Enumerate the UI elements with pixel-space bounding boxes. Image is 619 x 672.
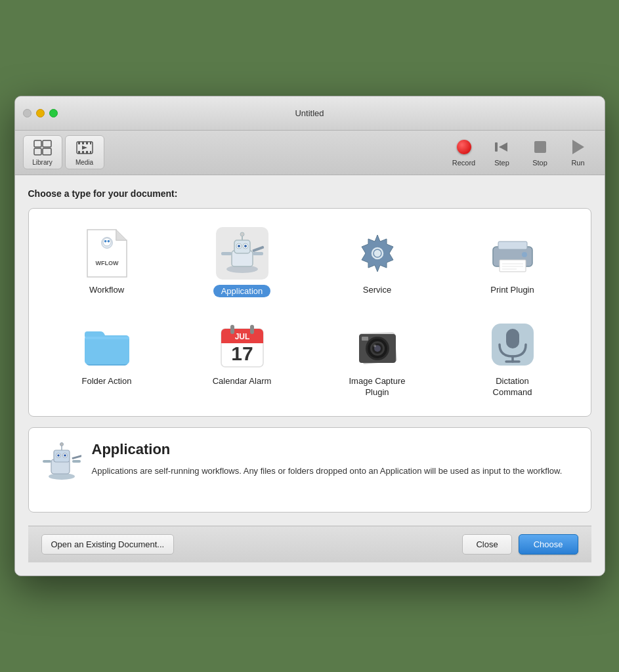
step-button[interactable]: Step xyxy=(484,135,521,169)
description-text-area: Application Applications are self-runnin… xyxy=(92,441,578,478)
svg-point-73 xyxy=(57,455,60,457)
step-label: Step xyxy=(494,159,509,167)
description-icon xyxy=(42,441,81,480)
library-label: Library xyxy=(32,159,53,166)
svg-rect-6 xyxy=(82,142,84,144)
doc-type-image-capture-plugin[interactable]: Image Capture Plugin xyxy=(312,313,442,404)
doc-type-grid: WFLOW Workflow xyxy=(42,222,578,404)
svg-rect-5 xyxy=(78,142,80,144)
doc-type-workflow[interactable]: WFLOW Workflow xyxy=(42,222,172,303)
svg-rect-3 xyxy=(43,148,51,155)
close-window-button[interactable] xyxy=(23,109,32,117)
print-plugin-icon xyxy=(486,227,539,280)
bottom-bar: Open an Existing Document... Close Choos… xyxy=(28,526,591,562)
stop-button[interactable]: Stop xyxy=(522,135,559,169)
toolbar-right: Record Step Stop xyxy=(446,135,597,169)
stop-label: Stop xyxy=(532,159,547,167)
service-icon xyxy=(351,227,404,280)
workflow-icon: WFLOW xyxy=(81,227,133,280)
record-icon xyxy=(455,138,473,156)
svg-point-76 xyxy=(60,443,63,446)
svg-rect-14 xyxy=(495,142,498,152)
image-capture-plugin-label: Image Capture Plugin xyxy=(349,376,406,398)
svg-marker-17 xyxy=(116,230,127,240)
close-button[interactable]: Close xyxy=(462,534,511,555)
doc-type-application[interactable]: Application xyxy=(177,222,307,303)
svg-rect-8 xyxy=(90,142,91,144)
svg-text:WFLOW: WFLOW xyxy=(95,260,118,266)
media-icon xyxy=(75,138,94,157)
svg-point-28 xyxy=(238,245,240,247)
svg-point-43 xyxy=(522,252,527,257)
svg-rect-38 xyxy=(498,242,527,249)
svg-rect-51 xyxy=(230,325,234,334)
main-window: Untitled Library xyxy=(14,96,605,577)
doc-type-service[interactable]: Service xyxy=(312,222,442,303)
doc-type-print-plugin[interactable]: Print Plugin xyxy=(448,222,578,303)
svg-point-29 xyxy=(244,245,247,247)
doc-type-grid-container: WFLOW Workflow xyxy=(28,208,591,417)
calendar-alarm-icon: JUL 17 xyxy=(216,318,268,371)
run-label: Run xyxy=(571,159,584,167)
svg-rect-79 xyxy=(72,455,81,459)
content-area: Choose a type for your document: WFLOW xyxy=(15,175,605,576)
title-bar: Untitled xyxy=(15,96,605,131)
svg-rect-1 xyxy=(43,140,51,147)
svg-point-74 xyxy=(64,455,66,457)
folder-action-icon xyxy=(81,318,133,371)
minimize-window-button[interactable] xyxy=(36,109,45,117)
run-button[interactable]: Run xyxy=(560,135,597,169)
maximize-window-button[interactable] xyxy=(49,109,58,117)
media-label: Media xyxy=(75,159,93,166)
folder-action-label: Folder Action xyxy=(82,376,132,387)
svg-rect-32 xyxy=(221,252,232,255)
description-body: Applications are self-running workflows.… xyxy=(92,465,578,478)
choose-button[interactable]: Choose xyxy=(519,534,578,555)
svg-rect-2 xyxy=(34,148,41,155)
record-button[interactable]: Record xyxy=(446,135,482,169)
svg-rect-77 xyxy=(43,460,51,463)
toolbar-left: Library xyxy=(23,135,104,169)
record-label: Record xyxy=(452,159,475,167)
svg-rect-63 xyxy=(362,337,368,341)
doc-type-folder-action[interactable]: Folder Action xyxy=(42,313,172,404)
svg-rect-7 xyxy=(86,142,88,144)
library-button[interactable]: Library xyxy=(23,135,62,169)
svg-rect-45 xyxy=(85,335,129,364)
application-icon-wrap xyxy=(216,227,268,280)
dictation-command-icon xyxy=(486,318,539,371)
svg-rect-33 xyxy=(253,252,263,255)
svg-rect-12 xyxy=(90,151,91,154)
svg-point-21 xyxy=(104,240,106,242)
description-title: Application xyxy=(92,441,578,458)
svg-point-35 xyxy=(371,247,384,260)
svg-point-31 xyxy=(240,232,244,236)
svg-rect-46 xyxy=(85,337,129,339)
doc-type-calendar-alarm[interactable]: JUL 17 Calendar Alarm xyxy=(177,313,307,404)
svg-point-62 xyxy=(374,345,376,347)
service-label: Service xyxy=(363,285,391,296)
toolbar: Library xyxy=(15,131,605,175)
section-label: Choose a type for your document: xyxy=(28,188,591,199)
svg-marker-13 xyxy=(82,146,87,150)
media-button[interactable]: Media xyxy=(65,135,104,169)
description-panel: Application Applications are self-runnin… xyxy=(28,427,591,513)
svg-rect-65 xyxy=(506,329,519,348)
window-title: Untitled xyxy=(295,108,324,118)
svg-text:17: 17 xyxy=(231,343,253,364)
svg-rect-34 xyxy=(252,245,264,252)
doc-type-dictation-command[interactable]: Dictation Command xyxy=(448,313,578,404)
dictation-command-label: Dictation Command xyxy=(493,376,532,398)
svg-rect-52 xyxy=(250,325,254,334)
step-icon xyxy=(493,138,511,156)
workflow-label: Workflow xyxy=(89,285,124,296)
svg-marker-15 xyxy=(499,142,507,152)
svg-rect-39 xyxy=(500,260,526,272)
stop-icon xyxy=(531,138,549,156)
svg-rect-78 xyxy=(72,460,81,463)
svg-point-22 xyxy=(107,240,110,242)
open-existing-button[interactable]: Open an Existing Document... xyxy=(41,534,175,555)
svg-rect-9 xyxy=(78,151,80,154)
svg-rect-11 xyxy=(86,151,88,154)
svg-rect-0 xyxy=(34,140,41,147)
